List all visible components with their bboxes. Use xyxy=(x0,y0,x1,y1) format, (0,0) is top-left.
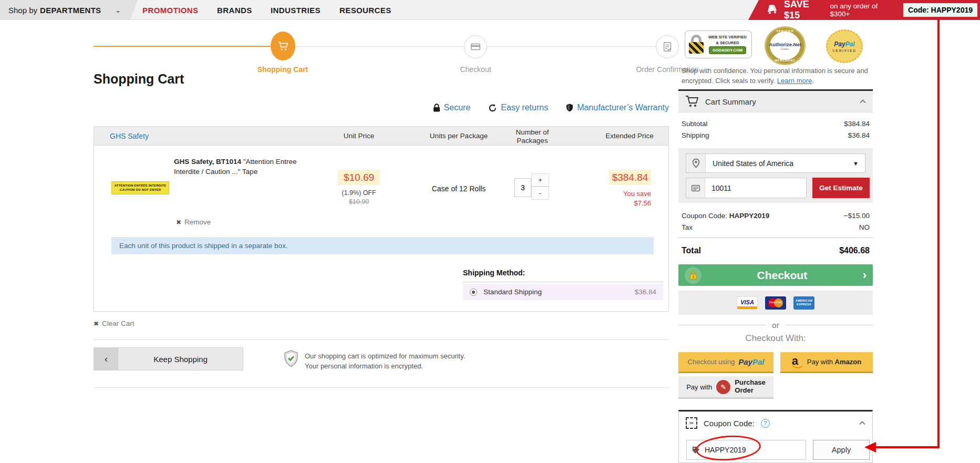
warranty-link[interactable]: Manufacturer’s Warranty xyxy=(566,103,669,112)
nav-brands[interactable]: BRANDS xyxy=(217,0,252,20)
security-note: Our shopping cart is optimized for maxim… xyxy=(284,350,465,372)
shipping-option-label: Standard Shipping xyxy=(483,288,542,296)
purchase-order-prefix: Pay with xyxy=(686,383,712,391)
vendor-link[interactable]: GHS Safety xyxy=(110,132,149,140)
godaddy-text-line2: & SECURED xyxy=(716,40,739,45)
cart-table-header: GHS Safety Unit Price Units per Package … xyxy=(94,126,669,146)
total-row: Total $406.68 xyxy=(682,246,870,255)
paypal-checkout-button[interactable]: Checkout using PayPal xyxy=(678,352,773,373)
paypal-seal-brand-1: Pay xyxy=(834,40,845,48)
select-arrow-icon: ▼ xyxy=(853,160,859,167)
secure-link[interactable]: Secure xyxy=(433,103,471,112)
step-order-confirmation xyxy=(656,35,679,58)
total-value: $406.68 xyxy=(839,246,870,255)
purchase-order-button[interactable]: Pay with ✎ Purchase Order xyxy=(678,376,773,399)
tax-value: NO xyxy=(859,223,870,231)
paypal-logo-1: Pay xyxy=(738,357,752,366)
coupon-collapse-chevron-icon[interactable] xyxy=(859,421,865,425)
security-text-line1: Our shopping cart is optimized for maxim… xyxy=(305,352,465,362)
step-shopping-cart[interactable] xyxy=(271,32,295,60)
checkout-progress: Shopping Cart Checkout Order Confirmatio… xyxy=(94,27,669,75)
paypal-seal-brand-2: Pal xyxy=(845,40,855,48)
shipping-note: Each unit of this product is shipped in … xyxy=(111,237,654,254)
coupon-box-header: ✂ Coupon Code: ? xyxy=(679,411,872,429)
order-document-icon xyxy=(662,41,673,53)
quantity-decrease-button[interactable]: - xyxy=(531,187,549,200)
remove-item-button[interactable]: ✖ Remove xyxy=(176,218,211,226)
help-icon[interactable]: ? xyxy=(761,419,770,428)
summary-divider xyxy=(678,238,873,238)
cart-icon xyxy=(277,40,289,52)
keep-shopping-label: Keep Shopping xyxy=(118,348,243,370)
header-nop-line1: Number of xyxy=(515,128,549,136)
divider xyxy=(94,339,669,340)
banner-save-text: SAVE $15 xyxy=(784,0,827,21)
godaddy-badge: GODADDY.COM xyxy=(709,46,746,54)
apply-coupon-button[interactable]: Apply xyxy=(813,440,870,460)
godaddy-seal[interactable]: WEB SITE VERIFIED & SECURED GODADDY.COM xyxy=(685,30,752,58)
shipping-label: Shipping xyxy=(682,131,709,139)
easy-returns-link[interactable]: Easy returns xyxy=(488,103,548,112)
coupon-scissors-icon: ✂ xyxy=(686,417,697,429)
collapse-chevron-icon[interactable] xyxy=(860,99,866,104)
purchase-order-icon: ✎ xyxy=(716,380,730,394)
nav-industries[interactable]: INDUSTRIES xyxy=(271,0,321,20)
confidence-text-body: Shop with confidence. You personal infor… xyxy=(682,67,868,85)
chevron-down-icon: ⌄ xyxy=(115,6,121,14)
warranty-label: Manufacturer’s Warranty xyxy=(577,103,669,112)
get-estimate-button[interactable]: Get Estimate xyxy=(812,178,870,198)
clear-cart-x-icon: ✖ xyxy=(94,320,99,327)
clear-cart-button[interactable]: ✖ Clear Cart xyxy=(94,320,135,327)
you-save-value: $7.56 xyxy=(634,199,651,207)
cart-item-row: ATTENTION ENTRÉE INTERDITE CAUTION DO NO… xyxy=(94,146,669,312)
shipping-divider xyxy=(463,282,663,282)
country-select[interactable]: United States of America ▼ xyxy=(686,153,865,173)
departments-label: DEPARTMENTS xyxy=(40,6,101,15)
product-sku: GHS Safety, BT1014 xyxy=(174,158,241,166)
coupon-label-text: Coupon Code: xyxy=(682,212,729,220)
cart-table: GHS Safety Unit Price Units per Package … xyxy=(94,126,669,312)
subtotal-value: $384.84 xyxy=(844,120,870,128)
product-image[interactable]: ATTENTION ENTRÉE INTERDITE CAUTION DO NO… xyxy=(111,181,169,194)
learn-more-link[interactable]: Learn more xyxy=(777,77,812,85)
nav-promotions[interactable]: PROMOTIONS xyxy=(142,0,199,20)
unit-price: $10.69 xyxy=(338,170,380,185)
annotation-arrowhead-icon xyxy=(864,442,876,452)
quantity-increase-button[interactable]: + xyxy=(531,173,549,187)
you-save-label: You save xyxy=(623,190,651,198)
subtotal-row: Subtotal $384.84 xyxy=(682,120,870,128)
discount-percent: (1.9%) OFF xyxy=(327,189,390,197)
godaddy-text-line1: WEB SITE VERIFIED xyxy=(708,35,747,39)
amazon-pay-button[interactable]: a Pay with Amazon xyxy=(780,352,873,373)
security-shield-icon xyxy=(284,350,298,367)
zip-input[interactable] xyxy=(711,184,790,192)
quantity-input[interactable] xyxy=(514,178,531,197)
or-label: or xyxy=(772,321,779,330)
credit-card-icon xyxy=(470,41,481,53)
trust-links: Secure Easy returns Manufacturer’s Warra… xyxy=(94,103,669,112)
shipping-method-label: Shipping Method: xyxy=(463,269,525,277)
coupon-code-text: HAPPY2019 xyxy=(729,212,770,220)
shopping-cart-page: Shop by DEPARTMENTS ⌄ PROMOTIONS BRANDS … xyxy=(0,0,980,463)
shop-by-label: Shop by xyxy=(8,6,37,15)
authorize-brand: Authorize.Net xyxy=(769,42,801,47)
tax-label: Tax xyxy=(682,223,693,231)
header-nop-line2: Packages xyxy=(517,137,548,145)
lock-icon xyxy=(433,104,440,112)
shipping-option-price: $36.84 xyxy=(635,288,656,296)
banner-coupon-code: Code: HAPPY2019 xyxy=(903,3,977,17)
shop-by-departments-menu[interactable]: Shop by DEPARTMENTS ⌄ xyxy=(0,0,138,20)
total-label: Total xyxy=(682,246,701,255)
back-chevron-icon: ‹ xyxy=(94,348,118,370)
paypal-verified-seal[interactable]: PayPal VERIFIED xyxy=(826,29,863,63)
product-title[interactable]: GHS Safety, BT1014 "Attention Entree Int… xyxy=(174,157,300,177)
nav-resources[interactable]: RESOURCES xyxy=(339,0,391,20)
checkout-button[interactable]: Checkout › xyxy=(678,264,873,286)
amazon-logo-icon: a xyxy=(792,355,803,369)
authorize-net-seal[interactable]: VERIFIED Authorize.Net Click» MERCHANT xyxy=(766,28,804,64)
amazon-pay-label: Pay with Amazon xyxy=(807,358,861,366)
shipping-radio-selected[interactable] xyxy=(470,289,477,296)
tape-text-line2: CAUTION DO NOT ENTER xyxy=(120,188,161,192)
step-checkout[interactable] xyxy=(464,35,487,58)
keep-shopping-button[interactable]: ‹ Keep Shopping xyxy=(94,347,243,371)
